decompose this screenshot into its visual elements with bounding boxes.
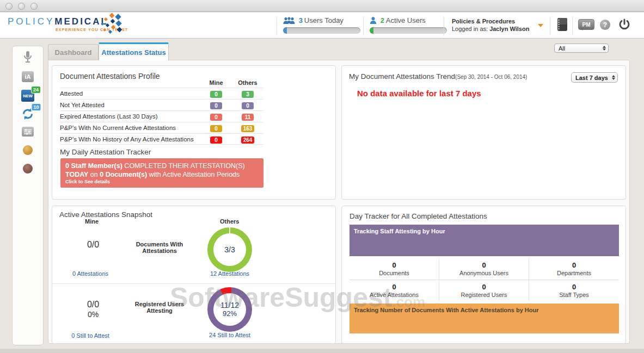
stat-value: 0 bbox=[392, 261, 396, 269]
row-label: P&P's With No History of Any Active Atte… bbox=[60, 136, 200, 143]
banner-see-details-link[interactable]: Click to See details bbox=[65, 179, 259, 184]
mine-count-badge[interactable]: 0 bbox=[210, 91, 222, 98]
orange-banner-label: Tracking Number of Documents With Active… bbox=[354, 307, 539, 313]
power-logout-icon[interactable] bbox=[618, 18, 630, 33]
users-today-progressbar bbox=[283, 27, 360, 34]
stat-label: Registered Users bbox=[461, 292, 507, 298]
new-count-badge: 24 bbox=[31, 86, 41, 94]
table-row: P&P's With No Current Active Attestation… bbox=[60, 122, 263, 133]
app-header: POLICYMEDICAL EXPERIENCE YOU CAN TRUST 3… bbox=[0, 13, 644, 39]
trend-period-select[interactable]: Last 7 days bbox=[571, 72, 618, 83]
trend-date-range: (Sep 30, 2014 - Oct 06, 2014) bbox=[455, 74, 527, 80]
mine-ratio: 0/0 bbox=[69, 300, 118, 309]
banner-text: with Active Attestation Periods bbox=[147, 171, 240, 178]
directory-notebook-icon[interactable] bbox=[555, 17, 568, 34]
documents-by-hour-banner[interactable]: Tracking Number of Documents With Active… bbox=[349, 304, 619, 333]
sync-refresh-icon[interactable]: 10 bbox=[21, 107, 35, 123]
filter-select-value: All bbox=[559, 45, 600, 52]
maximize-window-icon[interactable] bbox=[30, 3, 38, 10]
window-titlebar bbox=[0, 0, 644, 12]
logged-in-user: Jaclyn Wilson bbox=[489, 26, 529, 32]
donut-center-value: 11/12 bbox=[220, 301, 239, 309]
table-row: P&P's With No History of Any Active Atte… bbox=[60, 133, 263, 145]
profile-table: Mine Others Attested 0 3 Not Yet Atteste… bbox=[60, 77, 263, 145]
stat-label: Anonymous Users bbox=[459, 270, 508, 276]
help-icon[interactable]: ? bbox=[600, 20, 610, 30]
stat-value: 0 bbox=[572, 261, 576, 269]
mine-still-to-attest-link[interactable]: 0 Still to Attest bbox=[52, 332, 128, 339]
col-header-others: Others bbox=[232, 79, 263, 86]
account-chevron-down-icon[interactable] bbox=[538, 24, 543, 27]
no-data-message: No data available for last 7 days bbox=[357, 89, 481, 98]
logo-word-policy: POLICY bbox=[8, 16, 54, 27]
pm-chat-icon[interactable]: PM bbox=[578, 19, 594, 30]
users-today-stat: 3Users Today bbox=[283, 16, 360, 34]
row-label: Not Yet Attested bbox=[60, 102, 200, 108]
sidebar: iA NEW 24 10 bbox=[12, 46, 44, 345]
mine-attestations-link[interactable]: 0 Attestations bbox=[52, 270, 128, 277]
close-window-icon[interactable] bbox=[5, 3, 13, 10]
tab-dashboard[interactable]: Dashboard bbox=[48, 44, 99, 60]
gold-status-icon[interactable] bbox=[23, 145, 33, 155]
document-attestations-profile-panel: Document Attestations Profile Mine Other… bbox=[52, 65, 336, 200]
others-count-badge[interactable]: 11 bbox=[242, 114, 254, 121]
snapshot-col-others: Others bbox=[220, 218, 239, 225]
minimize-window-icon[interactable] bbox=[18, 3, 25, 10]
snapshot-col-mine: Mine bbox=[85, 218, 99, 225]
donut-center-percent: 92% bbox=[223, 309, 237, 318]
active-users-stat: 2Active Users bbox=[370, 16, 447, 34]
snapshot-row-label: Documents With Attestations bbox=[121, 241, 198, 254]
daily-tracker-banner[interactable]: 0 Staff Member(s) COMPLETED THEIR ATTEST… bbox=[60, 158, 263, 188]
trend-panel-title: My Document Attestations Trend(Sep 30, 2… bbox=[349, 72, 527, 80]
col-header-mine: Mine bbox=[200, 79, 232, 86]
stat-value: 0 bbox=[482, 283, 486, 291]
stat-cell: 0Documents bbox=[349, 258, 439, 280]
active-users-count: 2 bbox=[381, 16, 384, 24]
stat-label: Departments bbox=[557, 270, 591, 276]
stat-label: Active Attestations bbox=[370, 292, 419, 298]
documents-attestations-donut-chart[interactable]: 3/3 bbox=[207, 227, 252, 272]
banner-text: on bbox=[88, 171, 100, 178]
banner-bold: 0 Staff Member(s) bbox=[65, 162, 122, 170]
logo-mark-icon bbox=[98, 13, 121, 36]
mine-count-badge[interactable]: 0 bbox=[210, 125, 222, 132]
users-today-count: 3 bbox=[299, 16, 303, 24]
registered-users-donut-chart[interactable]: 11/1292% bbox=[207, 287, 252, 332]
tab-attestations-status[interactable]: Attestations Status bbox=[99, 42, 169, 60]
table-row: Attested 0 3 bbox=[60, 88, 263, 99]
others-attestations-link[interactable]: 12 Attestations bbox=[192, 270, 268, 277]
new-label: NEW bbox=[23, 94, 33, 98]
others-count-badge[interactable]: 264 bbox=[241, 137, 255, 144]
mine-percent: 0% bbox=[69, 310, 118, 319]
bottom-strip bbox=[0, 349, 644, 353]
snapshot-row-label: Registered Users Attesting bbox=[121, 301, 198, 314]
mine-count-badge[interactable]: 0 bbox=[210, 114, 222, 121]
stat-cell: 0Departments bbox=[529, 258, 619, 280]
others-still-to-attest-link[interactable]: 24 Still to Attest bbox=[192, 332, 268, 338]
stat-label: Documents bbox=[379, 270, 409, 276]
login-prefix: Logged in as: bbox=[452, 26, 489, 32]
stat-cell: 0Staff Types bbox=[529, 280, 619, 302]
microphone-icon[interactable] bbox=[23, 51, 33, 67]
active-users-label: Active Users bbox=[386, 16, 426, 24]
users-today-label: Users Today bbox=[304, 16, 344, 24]
filter-all-select[interactable]: All bbox=[554, 44, 609, 53]
others-count-badge[interactable]: 3 bbox=[242, 91, 254, 98]
others-count-badge[interactable]: 163 bbox=[241, 125, 255, 132]
mine-count-badge[interactable]: 0 bbox=[210, 137, 222, 144]
mine-count-badge[interactable]: 0 bbox=[210, 102, 222, 109]
settings-sliders-icon[interactable] bbox=[22, 127, 34, 137]
pm-chat-label: PM bbox=[582, 22, 591, 28]
ia-module-icon[interactable]: iA bbox=[22, 71, 34, 82]
banner-bold: 0 Document(s) bbox=[100, 171, 147, 178]
active-users-progressbar bbox=[370, 27, 447, 34]
account-info: Policies & Procedures Logged in as: Jacl… bbox=[452, 17, 529, 33]
brown-status-icon[interactable] bbox=[23, 164, 33, 174]
row-label: Attested bbox=[60, 90, 200, 97]
banner-bold: TODAY bbox=[65, 171, 88, 178]
snapshot-panel-title: Active Attestations Snapshot bbox=[59, 210, 152, 219]
purple-banner-label: Tracking Staff Attesting by Hour bbox=[354, 228, 445, 234]
others-count-badge[interactable]: 0 bbox=[242, 102, 254, 109]
staff-attesting-by-hour-banner[interactable]: Tracking Staff Attesting by Hour bbox=[349, 225, 619, 256]
new-items-icon[interactable]: NEW 24 bbox=[21, 90, 34, 102]
